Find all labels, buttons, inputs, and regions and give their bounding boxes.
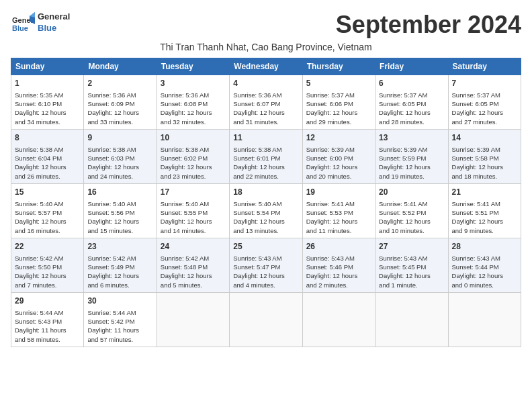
day-number: 16 xyxy=(87,187,152,198)
day-info-line: Sunset: 6:03 PM xyxy=(87,154,152,163)
day-info-line: Daylight: 12 hours xyxy=(452,108,517,117)
day-number: 8 xyxy=(15,132,80,144)
day-info-line: Daylight: 12 hours xyxy=(161,271,226,280)
day-number: 12 xyxy=(306,132,371,144)
day-number: 5 xyxy=(306,78,371,89)
day-number: 27 xyxy=(379,241,444,253)
day-info-line: Sunset: 6:06 PM xyxy=(306,99,371,108)
calendar-week-row: 1Sunrise: 5:35 AMSunset: 6:10 PMDaylight… xyxy=(11,75,521,130)
day-info-line: Sunset: 5:55 PM xyxy=(161,208,226,217)
calendar-cell: 28Sunrise: 5:43 AMSunset: 5:44 PMDayligh… xyxy=(448,238,521,292)
day-info-line: Daylight: 12 hours xyxy=(233,108,298,117)
day-number: 28 xyxy=(452,241,517,253)
calendar-cell xyxy=(302,292,375,347)
calendar-cell: 8Sunrise: 5:38 AMSunset: 6:04 PMDaylight… xyxy=(11,129,84,183)
day-info-line: Sunset: 5:43 PM xyxy=(15,317,80,326)
day-info-line: Sunset: 5:54 PM xyxy=(233,208,298,217)
calendar-cell: 10Sunrise: 5:38 AMSunset: 6:02 PMDayligh… xyxy=(157,129,229,183)
day-number: 3 xyxy=(161,78,226,89)
day-number: 23 xyxy=(87,241,152,253)
day-info-line: Daylight: 12 hours xyxy=(15,217,80,226)
day-number: 4 xyxy=(233,78,298,89)
weekday-header-friday: Friday xyxy=(375,58,448,75)
calendar-cell: 16Sunrise: 5:40 AMSunset: 5:56 PMDayligh… xyxy=(84,183,157,238)
day-info-line: Sunset: 5:56 PM xyxy=(87,208,152,217)
calendar-cell xyxy=(157,292,229,347)
day-info-line: Sunrise: 5:42 AM xyxy=(161,254,226,263)
day-info-line: and 33 minutes. xyxy=(87,118,152,126)
day-info-line: and 14 minutes. xyxy=(161,226,226,235)
day-info-line: Daylight: 12 hours xyxy=(161,108,226,117)
day-info-line: Sunset: 5:52 PM xyxy=(379,208,444,217)
day-info-line: Sunset: 5:48 PM xyxy=(161,263,226,271)
month-title: September 2024 xyxy=(336,11,521,39)
calendar-cell: 1Sunrise: 5:35 AMSunset: 6:10 PMDaylight… xyxy=(11,75,84,130)
day-info-line: Daylight: 12 hours xyxy=(87,163,152,171)
calendar-cell: 6Sunrise: 5:37 AMSunset: 6:05 PMDaylight… xyxy=(375,75,448,130)
calendar-header-row: SundayMondayTuesdayWednesdayThursdayFrid… xyxy=(11,58,521,75)
day-info-line: Sunrise: 5:43 AM xyxy=(306,254,371,263)
day-info-line: and 58 minutes. xyxy=(15,335,80,344)
calendar-cell: 13Sunrise: 5:39 AMSunset: 5:59 PMDayligh… xyxy=(375,129,448,183)
calendar-cell: 22Sunrise: 5:42 AMSunset: 5:50 PMDayligh… xyxy=(11,238,84,292)
calendar-cell: 14Sunrise: 5:39 AMSunset: 5:58 PMDayligh… xyxy=(448,129,521,183)
day-info-line: Daylight: 12 hours xyxy=(306,163,371,171)
day-info-line: and 34 minutes. xyxy=(15,118,80,126)
day-info-line: and 13 minutes. xyxy=(233,226,298,235)
day-info-line: Daylight: 12 hours xyxy=(161,163,226,171)
day-info-line: Sunset: 6:00 PM xyxy=(306,154,371,163)
day-number: 9 xyxy=(87,132,152,144)
day-info-line: Daylight: 12 hours xyxy=(306,217,371,226)
day-info-line: Daylight: 12 hours xyxy=(233,163,298,171)
day-info-line: Sunrise: 5:43 AM xyxy=(233,254,298,263)
calendar-cell: 11Sunrise: 5:38 AMSunset: 6:01 PMDayligh… xyxy=(230,129,302,183)
day-info-line: Sunset: 6:10 PM xyxy=(15,99,80,108)
day-info-line: Daylight: 12 hours xyxy=(379,217,444,226)
calendar-cell: 19Sunrise: 5:41 AMSunset: 5:53 PMDayligh… xyxy=(302,183,375,238)
day-info-line: Daylight: 11 hours xyxy=(87,326,152,334)
day-info-line: Sunset: 5:42 PM xyxy=(87,317,152,326)
calendar-cell: 26Sunrise: 5:43 AMSunset: 5:46 PMDayligh… xyxy=(302,238,375,292)
day-info-line: Daylight: 12 hours xyxy=(306,108,371,117)
day-number: 26 xyxy=(306,241,371,253)
day-info-line: and 22 minutes. xyxy=(233,172,298,181)
day-info-line: Sunset: 5:57 PM xyxy=(15,208,80,217)
day-number: 6 xyxy=(379,78,444,89)
day-number: 24 xyxy=(161,241,226,253)
day-info-line: Daylight: 12 hours xyxy=(379,271,444,280)
day-info-line: Sunset: 6:04 PM xyxy=(15,154,80,163)
day-info-line: Sunset: 5:51 PM xyxy=(452,208,517,217)
day-info-line: and 9 minutes. xyxy=(452,226,517,235)
day-info-line: and 24 minutes. xyxy=(87,172,152,181)
day-info-line: Daylight: 12 hours xyxy=(15,271,80,280)
day-info-line: Sunrise: 5:41 AM xyxy=(379,199,444,208)
weekday-header-wednesday: Wednesday xyxy=(230,58,302,75)
day-info-line: Sunrise: 5:39 AM xyxy=(452,145,517,154)
weekday-header-sunday: Sunday xyxy=(11,58,84,75)
day-info-line: and 23 minutes. xyxy=(161,172,226,181)
calendar-table: SundayMondayTuesdayWednesdayThursdayFrid… xyxy=(11,58,521,347)
svg-text:Blue: Blue xyxy=(12,24,28,32)
day-info-line: Daylight: 12 hours xyxy=(87,271,152,280)
day-info-line: Sunset: 5:58 PM xyxy=(452,154,517,163)
calendar-cell: 4Sunrise: 5:36 AMSunset: 6:07 PMDaylight… xyxy=(230,75,302,130)
calendar-cell xyxy=(375,292,448,347)
day-info-line: Sunset: 5:50 PM xyxy=(15,263,80,271)
day-info-line: and 5 minutes. xyxy=(161,281,226,289)
day-info-line: Sunrise: 5:36 AM xyxy=(161,91,226,99)
day-info-line: Sunset: 5:59 PM xyxy=(379,154,444,163)
day-info-line: Sunrise: 5:40 AM xyxy=(233,199,298,208)
day-info-line: Sunrise: 5:44 AM xyxy=(15,308,80,317)
day-info-line: Sunset: 6:05 PM xyxy=(452,99,517,108)
day-info-line: Sunset: 5:47 PM xyxy=(233,263,298,271)
day-info-line: Daylight: 12 hours xyxy=(15,163,80,171)
day-info-line: Sunset: 6:05 PM xyxy=(379,99,444,108)
day-info-line: and 18 minutes. xyxy=(452,172,517,181)
day-info-line: Sunrise: 5:40 AM xyxy=(161,199,226,208)
calendar-cell xyxy=(448,292,521,347)
calendar-cell: 27Sunrise: 5:43 AMSunset: 5:45 PMDayligh… xyxy=(375,238,448,292)
day-info-line: Daylight: 12 hours xyxy=(161,217,226,226)
day-info-line: Sunset: 6:02 PM xyxy=(161,154,226,163)
day-number: 20 xyxy=(379,187,444,198)
day-info-line: and 19 minutes. xyxy=(379,172,444,181)
